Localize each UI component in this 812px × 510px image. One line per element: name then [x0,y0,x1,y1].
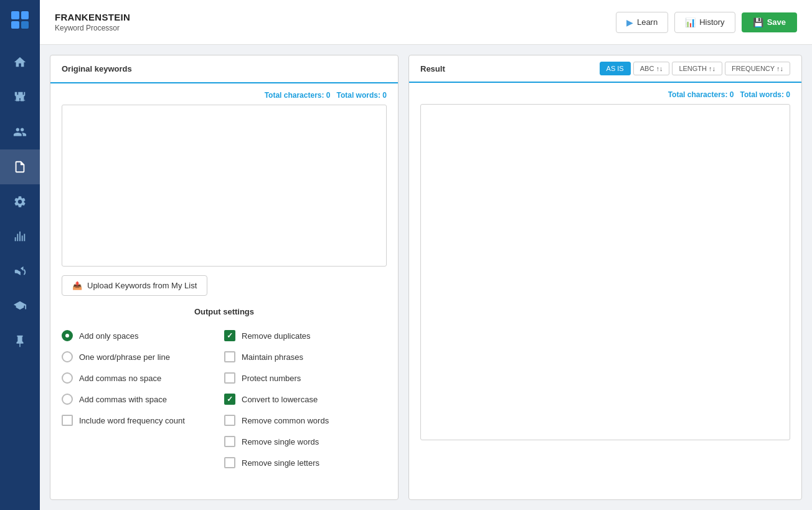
setting-label-add-commas-no-space: Add commas no space [79,374,161,383]
sort-buttons: AS IS ABC ↑↓ LENGTH ↑↓ FREQUENCY ↑↓ [600,62,790,75]
video-icon: ▶ [626,17,633,27]
sort-abc-button[interactable]: ABC ↑↓ [633,62,670,75]
left-char-count: Total characters: 0 Total words: 0 [62,91,387,100]
sidebar-nav [0,45,40,510]
app-logo[interactable] [0,0,40,40]
left-panel-header: Original keywords [50,55,398,83]
radio-one-word-per-line[interactable] [62,351,73,362]
radio-add-only-spaces[interactable] [62,330,73,341]
setting-label-convert-to-lowercase: Convert to lowercase [242,395,318,404]
users-icon [13,125,27,139]
result-label: Result [420,64,445,73]
header-actions: ▶ Learn 📊 History 💾 Save [616,12,797,33]
left-panel: Original keywords Total characters: 0 To… [50,55,399,500]
upload-icon: 📤 [72,281,82,290]
pin-icon [13,334,27,348]
setting-protect-numbers[interactable]: Protect numbers [224,367,387,389]
setting-one-word-per-line[interactable]: One word/phrase per line [62,346,224,367]
checkbox-remove-duplicates[interactable] [224,330,235,341]
setting-remove-common-words[interactable]: Remove common words [224,410,387,431]
setting-label-include-word-frequency: Include word frequency count [79,416,185,425]
page-header: FRANKENSTEIN Keyword Processor ▶ Learn 📊… [40,0,812,45]
setting-label-one-word-per-line: One word/phrase per line [79,352,170,362]
logo-dot [21,21,29,29]
right-total-words-value: 0 [786,90,790,99]
sidebar-item-settings[interactable] [0,184,40,219]
sidebar-item-users[interactable] [0,115,40,149]
keywords-textarea[interactable] [62,105,387,267]
result-area [420,104,790,440]
setting-label-remove-single-letters: Remove single letters [242,458,319,468]
setting-add-only-spaces[interactable]: Add only spaces [62,325,224,346]
history-button[interactable]: 📊 History [674,12,735,33]
setting-maintain-phrases[interactable]: Maintain phrases [224,346,387,367]
logo-dot [11,11,19,19]
setting-convert-to-lowercase[interactable]: Convert to lowercase [224,389,387,410]
setting-remove-single-letters[interactable]: Remove single letters [224,452,387,473]
setting-label-remove-common-words: Remove common words [242,416,329,425]
settings-icon [13,195,27,209]
logo-dot [11,21,19,29]
settings-grid: Add only spaces One word/phrase per line… [62,325,387,473]
right-total-chars-label: Total characters: [668,90,728,99]
total-chars-value: 0 [326,91,331,100]
setting-add-commas-no-space[interactable]: Add commas no space [62,367,224,389]
setting-label-add-only-spaces: Add only spaces [79,331,138,341]
checkbox-remove-single-letters[interactable] [224,457,235,468]
left-panel-title: Original keywords [62,64,132,73]
checkbox-remove-common-words[interactable] [224,415,235,426]
right-total-words-label: Total words: [740,90,784,99]
right-panel: Result AS IS ABC ↑↓ LENGTH ↑↓ FREQUENCY … [408,55,802,500]
setting-include-word-frequency[interactable]: Include word frequency count [62,410,224,431]
learn-button[interactable]: ▶ Learn [616,12,668,33]
main-content: FRANKENSTEIN Keyword Processor ▶ Learn 📊… [40,0,812,510]
history-label: History [699,17,724,27]
save-button[interactable]: 💾 Save [742,12,797,32]
checkbox-maintain-phrases[interactable] [224,351,235,362]
setting-label-remove-duplicates: Remove duplicates [242,331,311,341]
setting-label-maintain-phrases: Maintain phrases [242,352,303,362]
content-area: Original keywords Total characters: 0 To… [40,45,812,510]
binoculars-icon [13,90,27,104]
right-total-chars-value: 0 [730,90,734,99]
checkbox-remove-single-words[interactable] [224,436,235,447]
sort-as-is-button[interactable]: AS IS [600,62,631,75]
setting-label-protect-numbers: Protect numbers [242,374,301,383]
sidebar-item-pin[interactable] [0,324,40,359]
radio-add-commas-no-space[interactable] [62,372,73,384]
upload-button-label: Upload Keywords from My List [87,281,197,290]
header-title-block: FRANKENSTEIN Keyword Processor [55,12,130,32]
output-settings: Output settings Add only spaces [62,307,387,473]
total-chars-label: Total characters: [265,91,324,100]
right-panel-header: Result AS IS ABC ↑↓ LENGTH ↑↓ FREQUENCY … [409,55,801,83]
left-panel-body: Total characters: 0 Total words: 0 📤 Upl… [50,83,398,499]
logo-dot [21,11,29,19]
setting-remove-duplicates[interactable]: Remove duplicates [224,325,387,346]
setting-add-commas-with-space[interactable]: Add commas with space [62,389,224,410]
sort-frequency-button[interactable]: FREQUENCY ↑↓ [725,62,790,75]
settings-col-2: Remove duplicates Maintain phrases Prote… [224,325,387,473]
setting-remove-single-words[interactable]: Remove single words [224,431,387,452]
sort-length-button[interactable]: LENGTH ↑↓ [672,62,722,75]
checkbox-convert-to-lowercase[interactable] [224,394,235,405]
sidebar-item-campaigns[interactable] [0,254,40,289]
page-subtitle: Keyword Processor [55,24,130,32]
chart-icon [13,230,27,243]
total-words-label: Total words: [337,91,380,100]
history-icon: 📊 [685,17,696,27]
total-words-value: 0 [382,91,387,100]
save-label: Save [767,17,786,27]
sidebar-item-document[interactable] [0,149,40,184]
sidebar-item-home[interactable] [0,45,40,80]
checkbox-protect-numbers[interactable] [224,372,235,384]
radio-add-commas-with-space[interactable] [62,394,73,405]
checkbox-include-word-frequency[interactable] [62,415,73,426]
sidebar-item-analytics[interactable] [0,219,40,254]
megaphone-icon [13,265,27,278]
sidebar-item-search[interactable] [0,80,40,115]
upload-keywords-button[interactable]: 📤 Upload Keywords from My List [62,275,207,296]
right-char-count: Total characters: 0 Total words: 0 [420,90,790,99]
education-icon [13,300,27,313]
sidebar-item-education[interactable] [0,289,40,324]
setting-label-add-commas-with-space: Add commas with space [79,395,167,404]
